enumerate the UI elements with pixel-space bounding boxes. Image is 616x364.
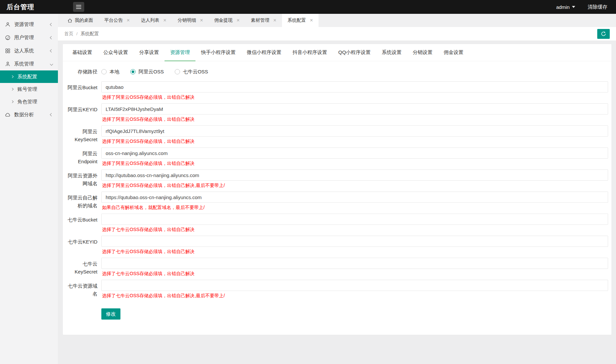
tab-label: 系统配置 bbox=[288, 17, 306, 23]
qiniu-keyid-hint: 选择了七牛云OSS存储必须填，出错自己解决 bbox=[102, 248, 608, 254]
radio-option-1[interactable]: 本地 bbox=[101, 69, 119, 75]
breadcrumb-bar: 首页 / 系统配置 bbox=[58, 27, 616, 41]
breadcrumb-home[interactable]: 首页 bbox=[64, 31, 73, 37]
aliyun-keyid-label: 阿里云KEYID bbox=[64, 103, 97, 122]
close-icon[interactable]: × bbox=[310, 18, 313, 23]
sidebar-item-4[interactable]: 系统管理 bbox=[0, 57, 58, 70]
sidebar-item-label: 用户管理 bbox=[14, 35, 50, 41]
circle-gauge-icon bbox=[5, 35, 11, 40]
close-icon[interactable]: × bbox=[237, 18, 240, 23]
aliyun-keysecret-hint: 选择了阿里云OSS存储必须填，出错自己解决 bbox=[102, 138, 608, 144]
panel-tab-7[interactable]: 抖音小程序设置 bbox=[287, 44, 333, 61]
aliyun-keysecret-label: 阿里云KeySecret bbox=[64, 125, 97, 144]
chevron-left-icon bbox=[50, 113, 53, 116]
submit-button[interactable]: 修改 bbox=[101, 308, 120, 320]
qiniu-domain-input[interactable] bbox=[101, 280, 608, 291]
sidebar-item-label: 资源管理 bbox=[14, 21, 50, 28]
aliyun-keysecret-input[interactable] bbox=[101, 125, 608, 137]
aliyun-public-domain-input[interactable] bbox=[101, 169, 608, 181]
panel-tab-9[interactable]: 系统设置 bbox=[376, 44, 407, 61]
topbar: 后台管理 admin 清除缓存 bbox=[0, 0, 616, 14]
radio-label: 七牛云OSS bbox=[183, 69, 208, 75]
sidebar-subitem-label: 角色管理 bbox=[17, 99, 37, 105]
radio-label: 本地 bbox=[110, 69, 119, 75]
qiniu-keyid-input[interactable] bbox=[101, 236, 608, 247]
qiniu-keysecret-hint: 选择了七牛云OSS存储必须填，出错自己解决 bbox=[102, 271, 608, 276]
member-icon bbox=[5, 61, 11, 67]
storage-path-label: 存储路径 bbox=[64, 68, 97, 76]
qiniu-bucket-input[interactable] bbox=[101, 214, 608, 225]
tab-1[interactable]: 平台公告× bbox=[99, 14, 135, 27]
refresh-button[interactable] bbox=[597, 29, 610, 39]
chevron-left-icon bbox=[50, 23, 53, 26]
panel-tab-3[interactable]: 分享设置 bbox=[134, 44, 165, 61]
tab-3[interactable]: 分销明细× bbox=[172, 14, 209, 27]
tab-2[interactable]: 达人列表× bbox=[135, 14, 172, 27]
chevron-right-icon bbox=[11, 75, 13, 78]
aliyun-custom-domain-input[interactable] bbox=[101, 192, 608, 203]
clear-cache-button[interactable]: 清除缓存 bbox=[588, 4, 607, 10]
qiniu-keyid-row: 七牛云KEYID选择了七牛云OSS存储必须填，出错自己解决 bbox=[64, 236, 608, 254]
sidebar-subitem-3[interactable]: 角色管理 bbox=[0, 95, 58, 108]
close-icon[interactable]: × bbox=[163, 18, 166, 23]
chevron-down-icon bbox=[50, 62, 53, 65]
sidebar-subitem-2[interactable]: 账号管理 bbox=[0, 83, 58, 95]
sidebar-item-3[interactable]: 达人系统 bbox=[0, 44, 58, 57]
panel-tab-8[interactable]: QQ小程序设置 bbox=[333, 44, 376, 61]
aliyun-keyid-input[interactable] bbox=[101, 103, 608, 115]
qiniu-domain-hint: 选择了七牛云OSS存储必须填，出错自己解决,最后不要带上/ bbox=[102, 293, 608, 299]
layout: 资源管理用户管理达人系统系统管理系统配置账号管理角色管理数据分析 我的桌面平台公… bbox=[0, 14, 616, 364]
close-icon[interactable]: × bbox=[127, 18, 130, 23]
breadcrumb-separator: / bbox=[76, 31, 78, 36]
menu-toggle-button[interactable] bbox=[73, 2, 84, 12]
sidebar-item-1[interactable]: 资源管理 bbox=[0, 18, 58, 31]
panel-tab-2[interactable]: 公众号设置 bbox=[98, 44, 134, 61]
storage-path-row: 存储路径本地阿里云OSS七牛云OSS bbox=[64, 68, 608, 76]
sidebar-item-5[interactable]: 数据分析 bbox=[0, 108, 58, 121]
aliyun-public-domain-hint: 选择了阿里云OSS存储必须填，出错自己解决,最后不要带上/ bbox=[102, 182, 608, 188]
aliyun-keysecret-row: 阿里云KeySecret选择了阿里云OSS存储必须填，出错自己解决 bbox=[64, 125, 608, 144]
aliyun-bucket-hint: 选择了阿里云OSS存储必须填，出错自己解决 bbox=[102, 94, 608, 100]
panel-tab-10[interactable]: 分销设置 bbox=[407, 44, 438, 61]
cloud-icon bbox=[5, 112, 11, 117]
sidebar: 资源管理用户管理达人系统系统管理系统配置账号管理角色管理数据分析 bbox=[0, 14, 58, 364]
sidebar-item-label: 系统管理 bbox=[14, 61, 50, 67]
panel-tab-5[interactable]: 快手小程序设置 bbox=[195, 44, 241, 61]
refresh-icon bbox=[601, 31, 606, 37]
panel-tab-6[interactable]: 微信小程序设置 bbox=[241, 44, 287, 61]
aliyun-keyid-row: 阿里云KEYID选择了阿里云OSS存储必须填，出错自己解决 bbox=[64, 103, 608, 122]
panel-tab-11[interactable]: 佣金设置 bbox=[438, 44, 469, 61]
panel-tab-4[interactable]: 资源管理 bbox=[165, 44, 195, 61]
aliyun-endpoint-input[interactable] bbox=[101, 147, 608, 159]
tab-6[interactable]: 系统配置× bbox=[282, 14, 319, 27]
sidebar-item-label: 达人系统 bbox=[14, 48, 50, 54]
close-icon[interactable]: × bbox=[273, 18, 276, 23]
sidebar-item-2[interactable]: 用户管理 bbox=[0, 31, 58, 44]
settings-card: 基础设置公众号设置分享设置资源管理快手小程序设置微信小程序设置抖音小程序设置QQ… bbox=[63, 44, 611, 335]
qiniu-keysecret-row: 七牛云KeySecret选择了七牛云OSS存储必须填，出错自己解决 bbox=[64, 258, 608, 276]
close-icon[interactable]: × bbox=[200, 18, 203, 23]
chevron-left-icon bbox=[50, 49, 53, 52]
radio-option-2[interactable]: 阿里云OSS bbox=[130, 69, 164, 75]
radio-option-3[interactable]: 七牛云OSS bbox=[175, 69, 208, 75]
qiniu-keyid-label: 七牛云KEYID bbox=[64, 236, 97, 254]
tab-4[interactable]: 佣金提现× bbox=[209, 14, 245, 27]
sidebar-subitem-label: 系统配置 bbox=[17, 74, 37, 80]
chevron-left-icon bbox=[50, 36, 53, 39]
qiniu-bucket-label: 七牛云Bucket bbox=[64, 214, 97, 232]
tab-5[interactable]: 素材管理× bbox=[245, 14, 282, 27]
tab-home[interactable]: 我的桌面 bbox=[62, 14, 99, 27]
aliyun-custom-domain-row: 阿里云自己解析的域名如果自己有解析域名，就配置域名，最后不要带上/ bbox=[64, 192, 608, 210]
chevron-right-icon bbox=[11, 100, 13, 103]
aliyun-bucket-input[interactable] bbox=[101, 81, 608, 92]
panel-tab-1[interactable]: 基础设置 bbox=[67, 44, 98, 61]
qiniu-keysecret-input[interactable] bbox=[101, 258, 608, 269]
tab-label: 分销明细 bbox=[178, 17, 196, 23]
radio-circle-icon bbox=[175, 69, 180, 74]
qiniu-domain-label: 七牛云资源域名 bbox=[64, 280, 97, 299]
admin-menu[interactable]: admin bbox=[556, 4, 575, 10]
home-icon bbox=[67, 18, 72, 23]
qiniu-bucket-row: 七牛云Bucket选择了七牛云OSS存储必须填，出错自己解决 bbox=[64, 214, 608, 232]
sidebar-subitem-1[interactable]: 系统配置 bbox=[0, 70, 58, 83]
radio-circle-icon bbox=[101, 69, 107, 74]
